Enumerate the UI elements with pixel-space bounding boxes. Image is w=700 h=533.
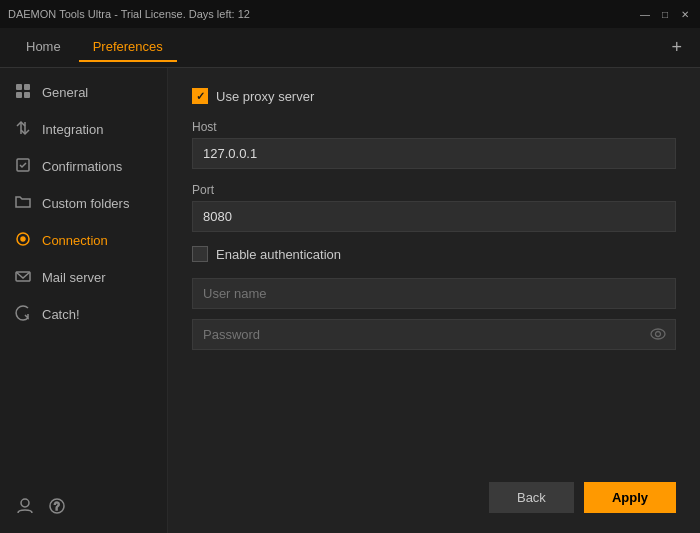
mail-server-icon <box>14 268 32 287</box>
sidebar-label-general: General <box>42 85 88 100</box>
tab-preferences[interactable]: Preferences <box>79 33 177 62</box>
window-controls: — □ ✕ <box>638 7 692 21</box>
tab-add-button[interactable]: + <box>665 35 688 60</box>
apply-button[interactable]: Apply <box>584 482 676 513</box>
sidebar-label-confirmations: Confirmations <box>42 159 122 174</box>
enable-auth-checkbox[interactable] <box>192 246 208 262</box>
username-input[interactable] <box>192 278 676 309</box>
connection-icon <box>14 231 32 250</box>
title-text: DAEMON Tools Ultra - Trial License. Days… <box>8 8 250 20</box>
svg-rect-1 <box>24 84 30 90</box>
sidebar: General Integration Confirmations Custom… <box>0 68 168 533</box>
svg-point-8 <box>21 237 25 241</box>
sidebar-item-integration[interactable]: Integration <box>0 111 167 148</box>
port-input[interactable] <box>192 201 676 232</box>
port-label: Port <box>192 183 676 197</box>
sidebar-item-confirmations[interactable]: Confirmations <box>0 148 167 185</box>
title-bar: DAEMON Tools Ultra - Trial License. Days… <box>0 0 700 28</box>
sidebar-item-mail-server[interactable]: Mail server <box>0 259 167 296</box>
maximize-button[interactable]: □ <box>658 7 672 21</box>
sidebar-label-custom-folders: Custom folders <box>42 196 129 211</box>
svg-rect-3 <box>24 92 30 98</box>
footer: Back Apply <box>192 472 676 513</box>
help-icon[interactable]: ? <box>44 493 70 523</box>
use-proxy-label: Use proxy server <box>216 89 314 104</box>
enable-auth-row: Enable authentication <box>192 246 676 262</box>
close-button[interactable]: ✕ <box>678 7 692 21</box>
svg-rect-0 <box>16 84 22 90</box>
svg-point-13 <box>651 329 665 339</box>
sidebar-label-catch: Catch! <box>42 307 80 322</box>
host-input[interactable] <box>192 138 676 169</box>
password-input[interactable] <box>192 319 676 350</box>
back-button[interactable]: Back <box>489 482 574 513</box>
sidebar-bottom: ? <box>0 493 167 533</box>
sidebar-item-connection[interactable]: Connection <box>0 222 167 259</box>
sidebar-item-custom-folders[interactable]: Custom folders <box>0 185 167 222</box>
svg-point-10 <box>21 499 29 507</box>
sidebar-item-catch[interactable]: Catch! <box>0 296 167 333</box>
sidebar-item-general[interactable]: General <box>0 74 167 111</box>
password-visibility-toggle[interactable] <box>650 327 666 343</box>
use-proxy-checkbox[interactable]: ✓ <box>192 88 208 104</box>
user-icon[interactable] <box>12 493 38 523</box>
svg-rect-2 <box>16 92 22 98</box>
general-icon <box>14 83 32 102</box>
content-area: ✓ Use proxy server Host Port Enable auth… <box>168 68 700 533</box>
sidebar-label-integration: Integration <box>42 122 103 137</box>
sidebar-label-mail-server: Mail server <box>42 270 106 285</box>
enable-auth-label: Enable authentication <box>216 247 341 262</box>
svg-point-14 <box>656 331 661 336</box>
tab-bar: Home Preferences + <box>0 28 700 68</box>
main-layout: General Integration Confirmations Custom… <box>0 68 700 533</box>
sidebar-label-connection: Connection <box>42 233 108 248</box>
use-proxy-row: ✓ Use proxy server <box>192 88 676 104</box>
svg-text:?: ? <box>54 501 60 512</box>
integration-icon <box>14 120 32 139</box>
password-field-wrapper <box>192 319 676 350</box>
host-label: Host <box>192 120 676 134</box>
minimize-button[interactable]: — <box>638 7 652 21</box>
confirmations-icon <box>14 157 32 176</box>
tab-home[interactable]: Home <box>12 33 75 62</box>
custom-folders-icon <box>14 194 32 213</box>
catch-icon <box>14 305 32 324</box>
